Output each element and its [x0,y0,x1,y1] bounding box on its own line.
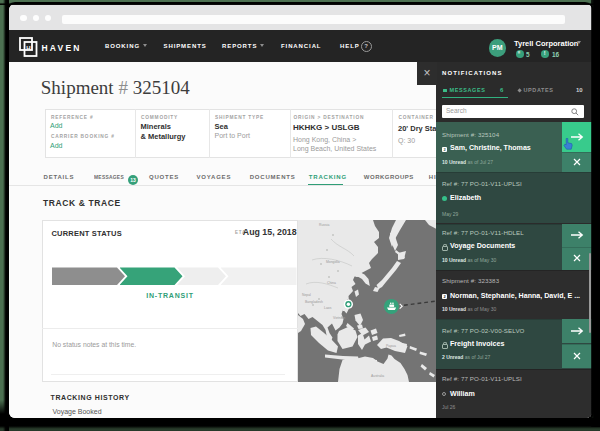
svg-text:Laos: Laos [324,306,332,310]
svg-text:H: H [26,45,30,51]
svg-text:Papua: Papua [386,344,396,348]
svg-text:Mongolia: Mongolia [326,260,340,264]
svg-text:China: China [327,281,336,285]
svg-text:Bangladesh: Bangladesh [305,300,323,304]
svg-text:Vietnam: Vietnam [333,316,346,320]
svg-text:Nepal: Nepal [302,293,311,297]
svg-text:Australia: Australia [371,373,384,377]
svg-text:Russia: Russia [319,223,329,227]
